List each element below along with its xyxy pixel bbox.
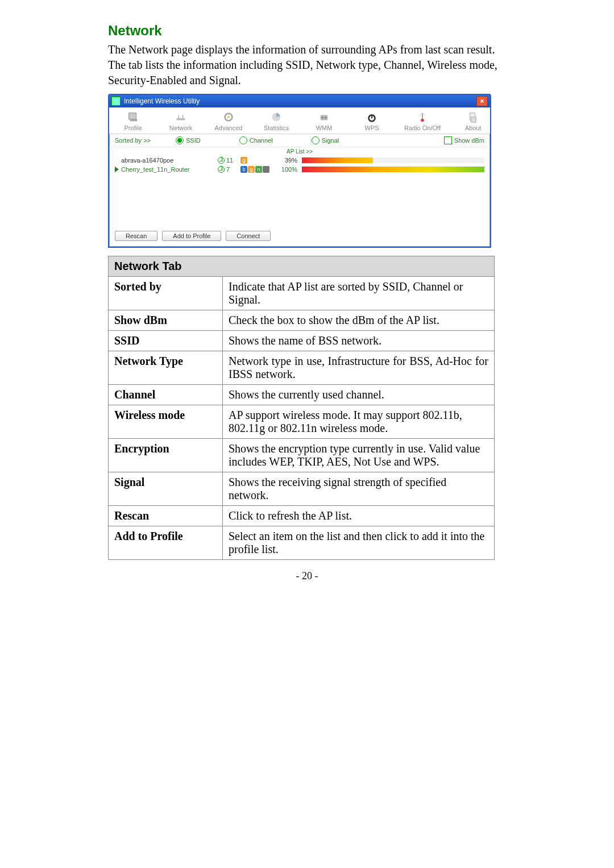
tab-wmm[interactable]: WMM xyxy=(300,107,348,134)
row-val: Indicate that AP list are sorted by SSID… xyxy=(223,277,495,310)
mode-n-icon: n xyxy=(255,166,262,173)
channel-icon xyxy=(218,166,225,173)
mode-sec-icon xyxy=(263,166,269,173)
mode-b-icon: b xyxy=(240,166,247,173)
row-val: Check the box to show the dBm of the AP … xyxy=(223,310,495,331)
tab-radio[interactable]: Radio On/Off xyxy=(396,107,449,134)
app-window: Intelligent Wireless Utiltiy × Profile N… xyxy=(108,94,491,248)
ap-channel: 7 xyxy=(218,166,240,173)
tab-advanced[interactable]: Advanced xyxy=(205,107,252,134)
table-row: Wireless mode AP support wireless mode. … xyxy=(109,405,495,439)
tab-label: Network xyxy=(158,124,204,131)
row-val: Shows the encryption type currently in u… xyxy=(223,439,495,472)
sort-signal[interactable]: Signal xyxy=(304,136,339,144)
row-val: AP support wireless mode. It may support… xyxy=(223,405,495,439)
about-icon xyxy=(466,111,480,123)
row-val: Shows the currently used channel. xyxy=(223,385,495,405)
row-key: Encryption xyxy=(109,439,223,472)
row-key: Add to Profile xyxy=(109,526,223,560)
checkbox-icon xyxy=(444,136,452,144)
ap-row[interactable]: Cherry_test_11n_Router 7 bgn 100% xyxy=(115,165,484,174)
radio-icon xyxy=(239,136,247,144)
selected-arrow-icon xyxy=(115,167,119,172)
table-row: Sorted by Indicate that AP list are sort… xyxy=(109,277,495,310)
wmm-icon xyxy=(317,111,331,123)
svg-rect-1 xyxy=(130,119,138,122)
row-key: Sorted by xyxy=(109,277,223,310)
svg-rect-0 xyxy=(129,113,136,119)
sort-label: Channel xyxy=(250,137,273,144)
add-to-profile-button[interactable]: Add to Profile xyxy=(162,231,221,241)
row-key: Channel xyxy=(109,385,223,405)
row-key: Wireless mode xyxy=(109,405,223,439)
radio-icon xyxy=(176,136,184,144)
app-icon xyxy=(111,97,121,106)
row-key: Show dBm xyxy=(109,310,223,331)
statistics-icon xyxy=(269,111,284,123)
ap-percent: 100% xyxy=(275,166,297,173)
svg-point-6 xyxy=(227,116,230,119)
table-row: Channel Shows the currently used channel… xyxy=(109,385,495,405)
channel-icon xyxy=(218,157,225,164)
tab-statistics[interactable]: Statistics xyxy=(252,107,300,134)
wps-icon xyxy=(364,111,379,123)
ap-list-label: AP List >> xyxy=(109,147,490,156)
ap-row[interactable]: abrava-a16470poe 11 g 39% xyxy=(115,156,484,165)
sort-channel[interactable]: Channel xyxy=(231,136,273,144)
ap-list: abrava-a16470poe 11 g 39% Cherry_test_11… xyxy=(109,156,490,227)
tab-network[interactable]: Network xyxy=(157,107,205,134)
signal-bar xyxy=(302,157,484,163)
toolbar: Profile Network Advanced Statistics WMM … xyxy=(109,107,490,134)
svg-point-10 xyxy=(325,117,327,119)
sorted-by-label: Sorted by >> xyxy=(115,137,151,144)
table-row: Show dBm Check the box to show the dBm o… xyxy=(109,310,495,331)
row-val: Network type in use, Infrastructure for … xyxy=(223,351,495,385)
row-key: Signal xyxy=(109,472,223,506)
titlebar: Intelligent Wireless Utiltiy × xyxy=(109,95,490,107)
mode-icons: g xyxy=(240,157,275,164)
tab-label: WPS xyxy=(349,124,395,131)
sort-ssid[interactable]: SSID xyxy=(168,136,201,144)
signal-bar xyxy=(302,167,484,172)
show-dbm-toggle[interactable]: Show dBm xyxy=(436,136,484,144)
table-row: Rescan Click to refresh the AP list. xyxy=(109,506,495,526)
sort-label: SSID xyxy=(186,137,201,144)
rescan-button[interactable]: Rescan xyxy=(115,231,157,241)
table-row: Signal Shows the receiving signal streng… xyxy=(109,472,495,506)
svg-rect-13 xyxy=(471,117,476,122)
row-val: Shows the name of BSS network. xyxy=(223,331,495,351)
row-key: Rescan xyxy=(109,506,223,526)
connect-button[interactable]: Connect xyxy=(226,231,271,241)
svg-point-9 xyxy=(321,117,323,119)
table-row: Network Type Network type in use, Infras… xyxy=(109,351,495,385)
svg-point-11 xyxy=(421,119,424,122)
mode-icons: bgn xyxy=(240,166,275,173)
button-bar: Rescan Add to Profile Connect xyxy=(109,227,490,247)
show-dbm-label: Show dBm xyxy=(454,137,484,144)
tab-label: Profile xyxy=(110,124,156,131)
radio-icon xyxy=(312,136,320,144)
ap-ssid: abrava-a16470poe xyxy=(121,157,218,164)
sort-row: Sorted by >> SSID Channel Signal Show dB… xyxy=(109,134,490,147)
tab-label: Advanced xyxy=(206,124,251,131)
row-val: Click to refresh the AP list. xyxy=(223,506,495,526)
network-icon xyxy=(173,111,188,123)
close-icon[interactable]: × xyxy=(476,96,488,106)
row-val: Shows the receiving signal strength of s… xyxy=(223,472,495,506)
page-number: - 20 - xyxy=(108,570,506,582)
table-row: Encryption Shows the encryption type cur… xyxy=(109,439,495,472)
table-row: Add to Profile Select an item on the lis… xyxy=(109,526,495,560)
tab-label: Radio On/Off xyxy=(397,124,448,131)
mode-g-icon: g xyxy=(248,166,255,173)
mode-g-icon: g xyxy=(240,157,247,164)
tab-wps[interactable]: WPS xyxy=(348,107,396,134)
ap-channel: 11 xyxy=(218,157,240,164)
tab-about[interactable]: About xyxy=(449,107,497,134)
ap-percent: 39% xyxy=(275,157,297,164)
network-tab-table: Network Tab Sorted by Indicate that AP l… xyxy=(108,256,495,560)
svg-rect-2 xyxy=(177,118,185,121)
tab-profile[interactable]: Profile xyxy=(109,107,157,134)
tab-label: Statistics xyxy=(254,124,299,131)
profile-icon xyxy=(126,111,140,123)
tab-label: WMM xyxy=(301,124,347,131)
